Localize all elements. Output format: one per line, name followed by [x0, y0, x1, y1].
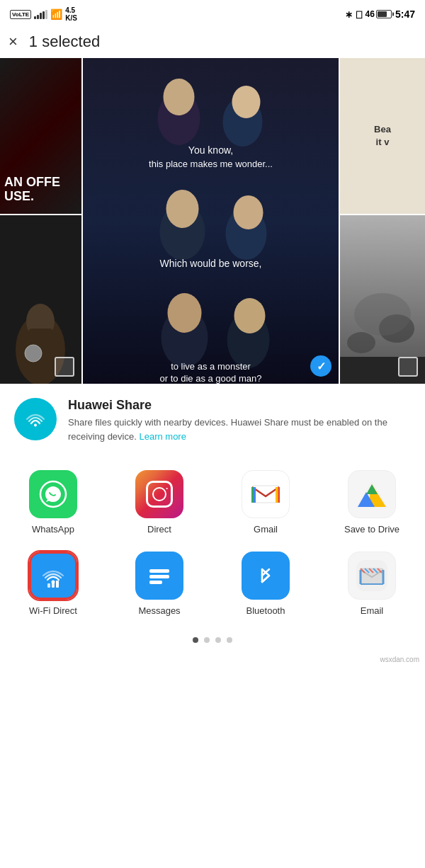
battery-icon [376, 10, 392, 18]
dot-1[interactable] [193, 637, 198, 643]
app-item-email[interactable]: Email [319, 542, 425, 623]
status-left: VoLTE 📶 4.5K/S [10, 6, 77, 22]
svg-rect-47 [52, 582, 55, 588]
image-hand-bottom[interactable] [0, 215, 81, 384]
image-movie[interactable]: You know, this place makes me wonder... … [83, 58, 339, 384]
learn-more-link[interactable]: Learn more [139, 431, 186, 442]
direct-label: Direct [147, 524, 171, 535]
huawei-share-description: Share files quickly with nearby devices.… [68, 416, 411, 443]
svg-rect-53 [250, 560, 281, 591]
whatsapp-icon [29, 470, 77, 518]
wifi-direct-label: Wi-Fi Direct [29, 605, 77, 616]
wifi-direct-icon [29, 552, 77, 600]
svg-rect-46 [47, 583, 50, 588]
movie-scene-svg: You know, this place makes me wonder... … [83, 58, 339, 384]
top-bar: × 1 selected [0, 25, 425, 58]
instagram-icon [135, 470, 183, 518]
huawei-share-title: Huawei Share [68, 398, 411, 413]
battery-block: 46 [366, 9, 392, 19]
battery-percent: 46 [366, 9, 375, 19]
signal-bars [34, 10, 47, 19]
close-button[interactable]: × [8, 34, 18, 50]
status-right: ∗ ⎕ 46 5:47 [345, 8, 415, 20]
email-icon [348, 552, 396, 600]
huawei-share-text: Huawei Share Share files quickly with ne… [68, 398, 411, 443]
app-item-gmail[interactable]: Gmail [212, 460, 319, 542]
dot-2[interactable] [204, 637, 210, 643]
selected-checkmark [310, 355, 332, 377]
checkbox-left-bottom[interactable] [55, 357, 74, 377]
selected-label: selected [42, 33, 100, 50]
bluetooth-icon [242, 552, 290, 600]
dot-4[interactable] [227, 637, 232, 643]
speed-indicator: 4.5K/S [65, 6, 77, 22]
app-item-whatsapp[interactable]: WhatsApp [0, 460, 106, 542]
huawei-wifi-svg [23, 406, 48, 432]
svg-point-7 [164, 79, 195, 115]
svg-rect-48 [56, 581, 59, 588]
checkbox-right-bottom[interactable] [398, 357, 418, 377]
svg-rect-36 [252, 486, 279, 503]
app-item-messages[interactable]: Messages [106, 542, 212, 623]
app-item-wifi-direct[interactable]: Wi-Fi Direct [0, 542, 106, 623]
svg-point-4 [25, 345, 42, 362]
volte-badge: VoLTE [10, 10, 31, 19]
image-dark-top[interactable]: AN OFFE USE. [0, 58, 81, 214]
svg-point-25 [347, 332, 375, 353]
svg-point-28 [354, 293, 411, 336]
share-app-grid: WhatsApp Direct [0, 453, 425, 630]
image-text-overlay: AN OFFE USE. [4, 176, 60, 204]
messages-label: Messages [138, 605, 180, 616]
count-number: 1 [29, 33, 38, 50]
image-text-poster[interactable]: Bea it v [340, 58, 425, 214]
selected-count-label: 1 selected [29, 33, 100, 51]
app-item-direct[interactable]: Direct [106, 460, 212, 542]
app-item-bluetooth[interactable]: Bluetooth [212, 542, 319, 623]
svg-text:to live as a monster: to live as a monster [171, 361, 251, 372]
bluetooth-label: Bluetooth [246, 605, 285, 616]
wifi-signal-icon: 📶 [50, 8, 62, 20]
svg-point-20 [234, 298, 266, 333]
battery-fill [378, 11, 387, 17]
poster-text: Bea it v [374, 123, 391, 149]
gmail-label: Gmail [254, 524, 278, 535]
svg-rect-51 [149, 575, 169, 578]
messages-icon [135, 552, 183, 600]
svg-point-15 [234, 195, 264, 229]
time: 5:47 [395, 8, 415, 20]
svg-text:You know,: You know, [188, 144, 233, 156]
gmail-icon [242, 470, 290, 518]
svg-text:Which would be worse,: Which would be worse, [160, 258, 262, 269]
svg-point-18 [168, 293, 202, 333]
image-col-right: Bea it v [340, 58, 425, 384]
app-item-drive[interactable]: Save to Drive [319, 460, 425, 542]
svg-point-9 [232, 86, 261, 118]
svg-text:or to die as a good man?: or to die as a good man? [160, 373, 262, 384]
huawei-share-section: Huawei Share Share files quickly with ne… [0, 384, 425, 453]
svg-text:this place makes me wonder...: this place makes me wonder... [149, 159, 273, 169]
image-bw-scene[interactable] [340, 215, 425, 384]
image-col-left: AN OFFE USE. [0, 58, 81, 384]
email-label: Email [361, 605, 384, 616]
whatsapp-label: WhatsApp [32, 524, 74, 535]
drive-icon [348, 470, 396, 518]
image-col-middle: You know, this place makes me wonder... … [83, 58, 339, 384]
vibrate-icon: ⎕ [356, 9, 362, 20]
status-bar: VoLTE 📶 4.5K/S ∗ ⎕ 46 5:47 [0, 0, 425, 25]
dot-3[interactable] [215, 637, 221, 643]
huawei-share-icon[interactable] [14, 398, 57, 440]
bluetooth-status-icon: ∗ [345, 9, 353, 20]
svg-rect-52 [149, 581, 162, 584]
svg-rect-50 [149, 569, 169, 573]
svg-rect-5 [83, 58, 339, 384]
drive-label: Save to Drive [344, 524, 400, 535]
page-dots [0, 630, 425, 654]
image-grid: AN OFFE USE. [0, 58, 425, 384]
svg-point-13 [166, 190, 199, 228]
watermark: wsxdan.com [0, 654, 425, 665]
svg-point-30 [34, 424, 37, 427]
